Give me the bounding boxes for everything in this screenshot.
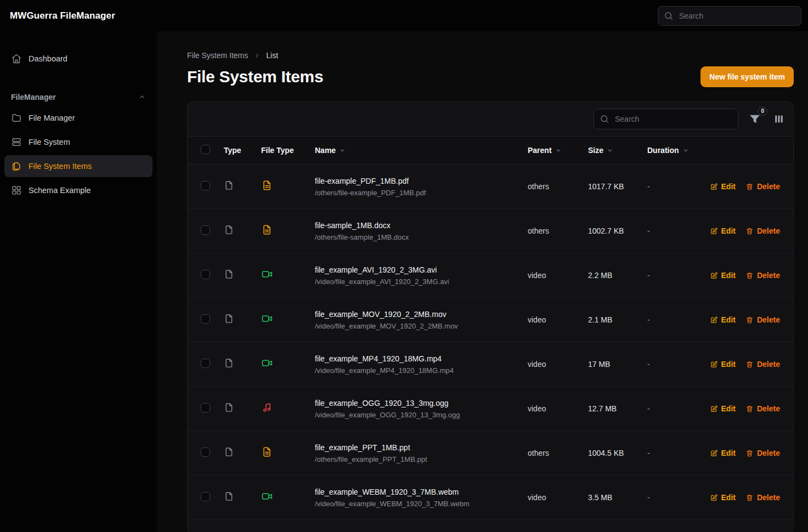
document-duplicate-icon	[11, 161, 22, 172]
delete-button[interactable]: Delete	[745, 315, 780, 324]
edit-button[interactable]: Edit	[710, 182, 736, 191]
global-search-input[interactable]	[658, 6, 801, 26]
delete-button[interactable]: Delete	[745, 404, 780, 413]
file-name[interactable]: file_example_AVI_1920_2_3MG.avi	[315, 265, 521, 274]
row-checkbox[interactable]	[201, 492, 210, 501]
table-row[interactable]: file-sample_1MB.docx /others/file-sample…	[188, 209, 793, 253]
delete-label: Delete	[757, 493, 780, 502]
select-all-checkbox[interactable]	[201, 145, 210, 154]
parent-value: video	[521, 271, 581, 280]
delete-button[interactable]: Delete	[745, 449, 780, 457]
file-path: /others/file-sample_1MB.docx	[315, 233, 521, 241]
table-row[interactable]: file_example_MOV_1920_2_2MB.mov /video/f…	[188, 298, 793, 342]
search-icon	[664, 11, 674, 21]
file-name[interactable]: file-sample_1MB.docx	[315, 221, 521, 230]
table-row[interactable]: file-example_PDF_1MB.pdf /others/file-ex…	[188, 165, 793, 209]
trash-icon	[745, 183, 754, 191]
chevron-down-icon	[338, 146, 346, 154]
sidebar-item-label: Dashboard	[29, 54, 67, 63]
file-name[interactable]: file_example_MP4_1920_18MG.mp4	[315, 354, 521, 363]
edit-button[interactable]: Edit	[710, 449, 736, 457]
delete-button[interactable]: Delete	[745, 227, 780, 235]
size-value: 1004.5 KB	[581, 449, 641, 457]
file-path: /video/file_example_OGG_1920_13_3mg.ogg	[315, 411, 521, 419]
file-path: /video/file_example_WEBM_1920_3_7MB.webm	[315, 500, 521, 508]
pencil-square-icon	[710, 316, 718, 324]
delete-button[interactable]: Delete	[745, 360, 780, 369]
edit-button[interactable]: Edit	[710, 227, 736, 235]
delete-button[interactable]: Delete	[745, 182, 780, 191]
delete-label: Delete	[757, 227, 780, 235]
main-content: File System Items List File System Items…	[157, 31, 808, 532]
delete-label: Delete	[757, 360, 780, 369]
parent-value: video	[521, 360, 581, 369]
file-name[interactable]: file-example_PDF_1MB.pdf	[315, 177, 521, 185]
column-header-file-type: File Type	[253, 146, 308, 155]
row-checkbox[interactable]	[201, 314, 210, 324]
file-name[interactable]: file_example_MOV_1920_2_2MB.mov	[315, 310, 521, 319]
edit-button[interactable]: Edit	[710, 315, 736, 324]
sidebar-item-file-system-items[interactable]: File System Items	[4, 155, 152, 177]
edit-button[interactable]: Edit	[710, 360, 736, 369]
delete-button[interactable]: Delete	[745, 493, 780, 502]
file-path: /others/file_example_PPT_1MB.ppt	[315, 455, 521, 463]
column-header-size[interactable]: Size	[581, 146, 641, 155]
file-name[interactable]: file_example_PPT_1MB.ppt	[315, 443, 521, 452]
edit-label: Edit	[721, 227, 736, 235]
parent-value: video	[521, 404, 581, 413]
video-camera-icon	[261, 268, 273, 280]
file-name[interactable]: file_example_WEBM_1920_3_7MB.webm	[315, 488, 521, 496]
sidebar-item-dashboard[interactable]: Dashboard	[4, 48, 152, 70]
filter-button[interactable]: 0	[747, 111, 762, 127]
table-row[interactable]: file_example_OGG_1920_13_3mg.ogg /video/…	[188, 387, 793, 431]
chevron-up-icon	[138, 93, 146, 101]
row-checkbox[interactable]	[201, 403, 210, 412]
sidebar-item-label: Schema Example	[29, 186, 91, 195]
row-checkbox[interactable]	[201, 225, 210, 235]
parent-value: others	[521, 182, 581, 191]
file-name[interactable]: file_example_OGG_1920_13_3mg.ogg	[315, 399, 521, 408]
sidebar-item-file-manager[interactable]: File Manager	[4, 107, 152, 129]
sidebar-item-label: File Manager	[29, 114, 75, 122]
page-title: File System Items	[187, 67, 323, 86]
delete-label: Delete	[757, 182, 780, 191]
column-header-parent[interactable]: Parent	[521, 146, 581, 155]
document-icon	[261, 446, 273, 458]
table-search	[594, 109, 738, 129]
table-search-input[interactable]	[594, 109, 738, 129]
sidebar-group-filemanager[interactable]: FileManager	[4, 93, 152, 101]
duration-value: -	[641, 227, 701, 235]
table-row[interactable]: file_example_MP4_1920_18MG.mp4 /video/fi…	[188, 342, 793, 387]
breadcrumb-current: List	[266, 51, 278, 60]
edit-button[interactable]: Edit	[710, 404, 736, 413]
edit-button[interactable]: Edit	[710, 493, 736, 502]
video-camera-icon	[261, 313, 273, 325]
toggle-columns-button[interactable]	[771, 111, 787, 127]
new-file-system-item-button[interactable]: New file system item	[700, 66, 794, 87]
row-checkbox[interactable]	[201, 181, 210, 190]
edit-button[interactable]: Edit	[710, 271, 736, 280]
breadcrumb-parent[interactable]: File System Items	[187, 51, 248, 60]
table-row[interactable]: file_example_PPT_1MB.ppt /others/file_ex…	[188, 431, 793, 476]
table-header-row: Type File Type Name Parent Size	[188, 136, 793, 165]
file-icon	[224, 180, 235, 191]
delete-button[interactable]: Delete	[745, 271, 780, 280]
row-checkbox[interactable]	[201, 359, 210, 368]
duration-value: -	[641, 315, 701, 324]
sidebar-item-file-system[interactable]: File System	[4, 131, 152, 153]
size-value: 17 MB	[581, 360, 641, 369]
table-row[interactable]: file_example_AVI_1920_2_3MG.avi /video/f…	[188, 253, 793, 298]
sidebar-item-label: File System Items	[29, 162, 92, 171]
breadcrumb: File System Items List	[187, 51, 794, 60]
file-path: /video/file_example_AVI_1920_2_3MG.avi	[315, 278, 521, 286]
row-checkbox[interactable]	[201, 270, 210, 279]
table-row[interactable]: file_example_WEBM_1920_3_7MB.webm /video…	[188, 476, 793, 520]
music-note-icon	[261, 401, 273, 414]
column-label: Name	[315, 146, 336, 155]
sidebar-item-label: File System	[29, 138, 70, 146]
sidebar-item-schema-example[interactable]: Schema Example	[4, 179, 152, 201]
column-header-name[interactable]: Name	[308, 146, 521, 155]
trash-icon	[745, 227, 754, 235]
row-checkbox[interactable]	[201, 448, 210, 457]
column-header-duration[interactable]: Duration	[641, 146, 701, 155]
